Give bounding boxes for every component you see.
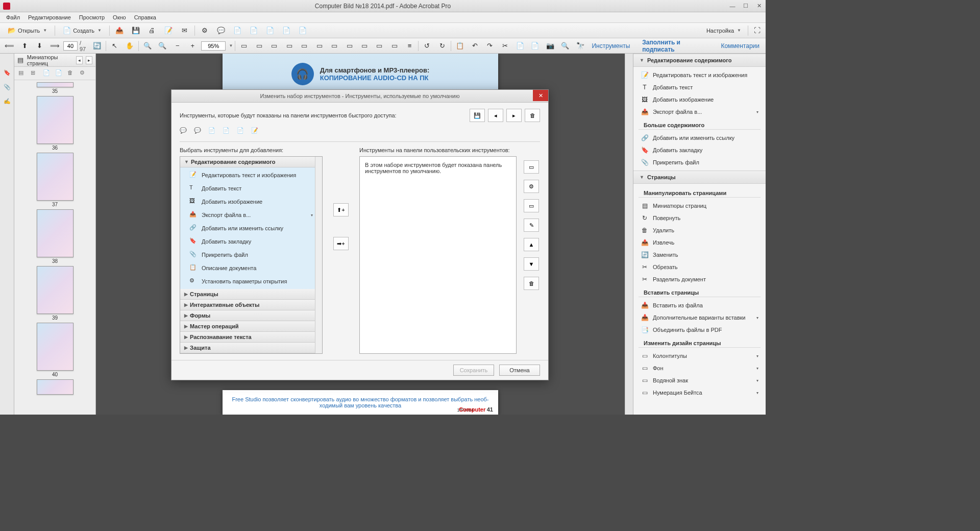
thumb-tool-2[interactable]: ⊞ xyxy=(31,69,39,78)
far-btn-1[interactable]: ▭ xyxy=(524,160,539,174)
thumbnail[interactable]: 40 xyxy=(36,323,74,377)
zoom-value[interactable]: 95% xyxy=(201,41,226,51)
doc-scrollbar[interactable] xyxy=(625,54,633,415)
menu-file[interactable]: Файл xyxy=(2,13,24,21)
view-8[interactable]: ▭ xyxy=(343,40,356,52)
tool-item[interactable]: 🔖Добавить закладку xyxy=(633,144,766,156)
view-7[interactable]: ▭ xyxy=(328,40,340,52)
last-page-button[interactable]: ⟹ xyxy=(48,40,61,52)
tool-a[interactable]: 📄 xyxy=(231,25,244,36)
tool-item[interactable]: 📥Вставить из файла xyxy=(633,299,766,311)
tool-item[interactable]: 📑Объединить файлы в PDF xyxy=(633,324,766,336)
view-2[interactable]: ▭ xyxy=(253,40,265,52)
gear-button[interactable]: ⚙ xyxy=(198,25,211,36)
page-input[interactable] xyxy=(63,41,78,51)
thumb-tool-5[interactable]: 🗑 xyxy=(67,69,76,78)
q-highlight-icon[interactable]: 💬 xyxy=(194,127,204,137)
dialog-cancel-button[interactable]: Отмена xyxy=(499,365,540,376)
thumbnail[interactable]: 38 xyxy=(36,209,74,264)
mail-button[interactable]: ✉ xyxy=(178,25,191,36)
tree-item[interactable]: 🔖Добавить закладку xyxy=(180,235,322,248)
select-tool[interactable]: ✋ xyxy=(124,40,136,52)
toolset-next-button[interactable]: ▸ xyxy=(506,109,522,122)
prev-page-button[interactable]: ⬆ xyxy=(18,40,31,52)
category-protection[interactable]: ▶Защита xyxy=(180,343,322,353)
zoom-marquee[interactable]: 🔍 xyxy=(141,40,154,52)
tree-item[interactable]: 🔗Добавить или изменить ссылку xyxy=(180,222,322,235)
rotate-cw[interactable]: ↻ xyxy=(436,40,449,52)
toolset-delete-button[interactable]: 🗑 xyxy=(525,109,540,122)
far-btn-4[interactable]: ✎ xyxy=(524,219,539,232)
remove-button[interactable]: 🗑 xyxy=(524,277,539,290)
category-interactive[interactable]: ▶Интерактивные объекты xyxy=(180,300,322,310)
clip-4[interactable]: ✂ xyxy=(499,40,511,52)
menu-edit[interactable]: Редактирование xyxy=(24,13,75,21)
clip-2[interactable]: ↶ xyxy=(469,40,481,52)
clip-7[interactable]: 📷 xyxy=(544,40,556,52)
first-page-button[interactable]: ⟸ xyxy=(3,40,16,52)
refresh-button[interactable]: 🔄 xyxy=(91,40,104,52)
tree-item[interactable]: ⚙Установить параметры открытия xyxy=(180,275,322,288)
signature-rail-icon[interactable]: ✍ xyxy=(3,96,12,106)
tool-item[interactable]: 🖼Добавить изображение xyxy=(633,93,766,106)
thumb-tool-1[interactable]: ▤ xyxy=(18,69,27,78)
next-page-button[interactable]: ⬇ xyxy=(33,40,46,52)
tool-item[interactable]: 🗑Удалить xyxy=(633,224,766,236)
category-ocr[interactable]: ▶Распознавание текста xyxy=(180,332,322,343)
create-button[interactable]: 📄Создать▼ xyxy=(58,25,106,36)
view-11[interactable]: ▭ xyxy=(388,40,401,52)
add-right-button[interactable]: ➡+ xyxy=(333,237,349,250)
tree-item[interactable]: TДобавить текст xyxy=(180,182,322,195)
tool-item[interactable]: ▭Водяной знак▾ xyxy=(633,374,766,387)
customize-button[interactable]: Настройка▼ xyxy=(702,25,746,36)
tree-item[interactable]: 📋Описание документа xyxy=(180,261,322,275)
thumb-tool-4[interactable]: 📄 xyxy=(55,69,63,78)
view-3[interactable]: ▭ xyxy=(267,40,280,52)
view-6[interactable]: ▭ xyxy=(313,40,326,52)
open-button[interactable]: 📂Открыть▼ xyxy=(3,25,52,36)
view-9[interactable]: ▭ xyxy=(358,40,371,52)
tool-c[interactable]: 📄 xyxy=(263,25,277,36)
category-forms[interactable]: ▶Формы xyxy=(180,310,322,321)
hand-tool[interactable]: ↖ xyxy=(108,40,121,52)
tool-item[interactable]: ✂Разделить документ xyxy=(633,273,766,285)
category-content-editing[interactable]: ▼Редактирование содержимого xyxy=(180,157,322,167)
tree-item[interactable]: 📝Редактировать текст и изображения xyxy=(180,168,322,182)
tool-item[interactable]: 🔄Заменить xyxy=(633,249,766,261)
comment-button[interactable]: 💬 xyxy=(214,25,228,36)
tool-item[interactable]: ▭Колонтитулы▾ xyxy=(633,350,766,362)
tool-item[interactable]: ↻Повернуть xyxy=(633,212,766,224)
tool-item[interactable]: 🔗Добавить или изменить ссылку xyxy=(633,132,766,144)
toolset-prev-button[interactable]: ◂ xyxy=(488,109,503,122)
menu-view[interactable]: Просмотр xyxy=(75,13,109,21)
section-pages[interactable]: ▼Страницы xyxy=(633,171,766,184)
tool-e[interactable]: 📄 xyxy=(296,25,309,36)
add-up-button[interactable]: ⬆+ xyxy=(333,203,349,216)
clip-6[interactable]: 📄 xyxy=(529,40,542,52)
dialog-save-button[interactable]: Сохранить xyxy=(453,365,494,376)
rotate-ccw[interactable]: ↺ xyxy=(421,40,433,52)
thumb-tool-3[interactable]: 📄 xyxy=(43,69,51,78)
far-btn-3[interactable]: ▭ xyxy=(524,199,539,212)
menu-help[interactable]: Справка xyxy=(130,13,160,21)
search-button[interactable]: 🔍 xyxy=(558,40,571,52)
clip-1[interactable]: 📋 xyxy=(453,40,466,52)
category-pages[interactable]: ▶Страницы xyxy=(180,289,322,300)
zoom-in[interactable]: + xyxy=(186,40,199,52)
tab-comments[interactable]: Комментарии xyxy=(718,40,763,52)
tool-item[interactable]: 📤Экспорт файла в...▾ xyxy=(633,106,766,118)
tree-item[interactable]: 🖼Добавить изображение xyxy=(180,195,322,208)
thumbnail[interactable] xyxy=(36,379,74,395)
print-button[interactable]: 🖨 xyxy=(145,25,159,36)
thumbnail[interactable]: 39 xyxy=(36,266,74,321)
close-button[interactable]: ✕ xyxy=(752,1,766,11)
section-content-editing[interactable]: ▼Редактирование содержимого xyxy=(633,54,766,67)
export-button[interactable]: 📤 xyxy=(113,25,126,36)
q-comment-icon[interactable]: 💬 xyxy=(180,127,190,137)
tool-item[interactable]: 📤Извлечь xyxy=(633,236,766,249)
view-12[interactable]: ≡ xyxy=(403,40,416,52)
view-4[interactable]: ▭ xyxy=(283,40,296,52)
tab-fill-sign[interactable]: Заполнить и подписать xyxy=(639,37,712,55)
view-1[interactable]: ▭ xyxy=(237,40,250,52)
tool-item[interactable]: ▭Нумерация Бейтса▾ xyxy=(633,387,766,399)
